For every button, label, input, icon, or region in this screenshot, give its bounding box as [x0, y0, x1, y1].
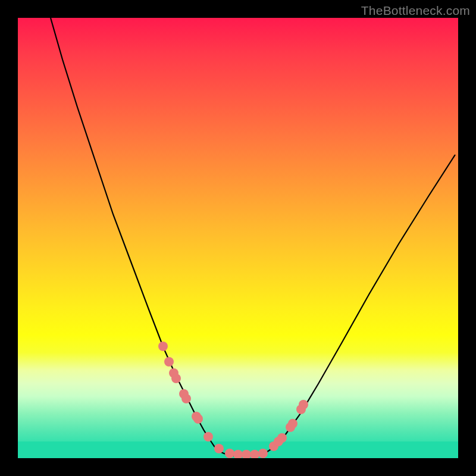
marker-dot: [214, 444, 224, 453]
marker-dot: [277, 433, 287, 443]
marker-dot: [203, 432, 213, 441]
marker-dot: [193, 414, 203, 424]
marker-dot: [250, 450, 259, 458]
bottleneck-curve: [51, 18, 455, 456]
marker-dot: [299, 400, 308, 409]
watermark-text: TheBottleneck.com: [361, 4, 470, 18]
marker-dot: [288, 419, 298, 428]
marker-dot: [164, 357, 174, 367]
chart-frame: TheBottleneck.com: [0, 0, 476, 476]
marker-dot: [258, 449, 268, 458]
marker-dot: [225, 449, 234, 458]
marker-dot: [158, 342, 168, 351]
marker-dot: [233, 450, 243, 458]
plot-area: [18, 18, 458, 458]
marker-dot: [171, 374, 181, 383]
marker-dot: [242, 450, 251, 458]
chart-svg: [18, 18, 458, 458]
marker-dot: [181, 394, 191, 403]
marker-dots-group: [158, 342, 308, 458]
